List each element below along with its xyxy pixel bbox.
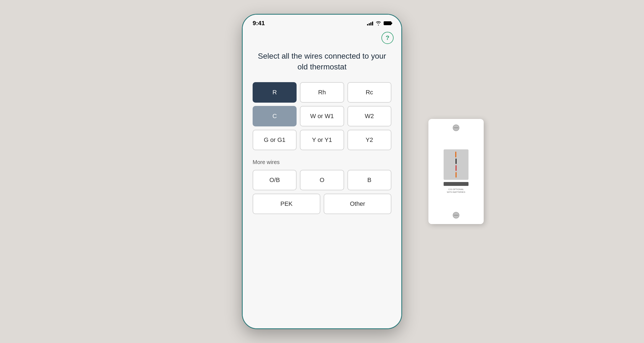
wire-button-Y2[interactable]: Y2 <box>347 130 391 150</box>
wifi-icon <box>375 21 381 25</box>
thermostat-plate: C/S OPTIONALWITH BATTERIES <box>428 119 484 224</box>
signal-icon <box>367 21 373 25</box>
screen-content: Select all the wires connected to your o… <box>243 45 401 328</box>
phone-screen: 9:41 ? Select all th <box>243 15 401 328</box>
page-title: Select all the wires connected to your o… <box>253 51 391 72</box>
battery-icon <box>384 21 391 25</box>
more-wires-grid-row2: PEK Other <box>253 194 391 214</box>
wire-button-G-G1[interactable]: G or G1 <box>253 130 297 150</box>
wire-button-Y-Y1[interactable]: Y or Y1 <box>300 130 344 150</box>
top-screw <box>453 124 459 131</box>
bottom-screw <box>453 212 459 219</box>
help-button-container: ? <box>243 30 401 45</box>
wire-button-W-W1[interactable]: W or W1 <box>300 106 344 126</box>
thermostat-wiring: C/S OPTIONALWITH BATTERIES <box>444 149 468 193</box>
wire-button-B[interactable]: B <box>347 170 391 190</box>
wire-button-C[interactable]: C <box>253 106 297 126</box>
status-time: 9:41 <box>253 20 265 27</box>
status-icons <box>367 21 391 25</box>
wire-button-R[interactable]: R <box>253 82 297 103</box>
wire-button-PEK[interactable]: PEK <box>253 194 320 214</box>
wire-button-Other[interactable]: Other <box>324 194 391 214</box>
status-bar: 9:41 <box>243 15 401 30</box>
more-wires-section: More wires O/B O B PEK Other <box>253 159 391 214</box>
wire-button-Rh[interactable]: Rh <box>300 82 344 103</box>
wire-button-Rc[interactable]: Rc <box>347 82 391 103</box>
more-wires-grid-row1: O/B O B <box>253 170 391 190</box>
more-wires-label: More wires <box>253 159 391 165</box>
help-button[interactable]: ? <box>381 32 394 44</box>
wire-button-O[interactable]: O <box>300 170 344 190</box>
phone-mockup: 9:41 ? Select all th <box>242 14 402 329</box>
wire-button-OB[interactable]: O/B <box>253 170 297 190</box>
wire-buttons-grid: R Rh Rc C W or W1 W2 G or G1 Y or Y1 Y2 <box>253 82 391 150</box>
wire-button-W2[interactable]: W2 <box>347 106 391 126</box>
